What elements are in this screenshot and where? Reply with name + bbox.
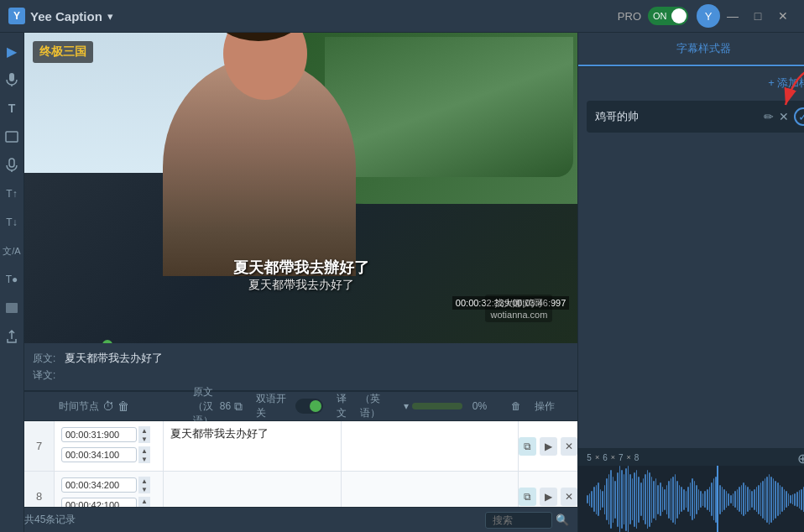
table-row: 7 ▲ ▼ ▲ ▼	[24, 421, 577, 472]
tool-caption[interactable]: T●	[0, 268, 23, 291]
time-spin-up[interactable]: ▲	[138, 477, 150, 485]
ruler-x2: ×	[611, 453, 615, 462]
waveform-bar	[758, 485, 760, 514]
row-source-text[interactable]	[164, 472, 342, 507]
waveform-bar	[660, 482, 661, 516]
tool-box[interactable]	[0, 296, 23, 320]
time-spin: ▲ ▼	[138, 477, 150, 493]
style-panel: + 添加样式 鸡哥的帅 ✏ ✕ ✓	[578, 67, 804, 448]
op-play-btn[interactable]: ▶	[540, 488, 557, 506]
th-del[interactable]: 🗑	[508, 400, 531, 412]
tool-translate[interactable]: 文/A	[0, 239, 23, 263]
waveform-bar	[676, 481, 678, 519]
pro-toggle[interactable]: ON	[648, 7, 688, 25]
th-time-delete-icon[interactable]: 🗑	[117, 399, 129, 413]
waveform-playhead[interactable]	[717, 466, 718, 532]
search-area: 🔍	[485, 512, 569, 529]
waveform-bar	[737, 489, 739, 510]
dropdown-arrow[interactable]: ▾	[107, 10, 113, 23]
time-spin-end-up[interactable]: ▲	[138, 446, 150, 455]
waveform-bar	[766, 477, 768, 523]
style-name: 鸡哥的帅	[595, 109, 764, 124]
time-spin-end-up[interactable]: ▲	[138, 497, 150, 505]
op-play-btn[interactable]: ▶	[540, 437, 557, 456]
waveform-bar	[610, 470, 612, 529]
time-spin-up[interactable]: ▲	[138, 426, 150, 435]
time-start-input[interactable]	[61, 477, 137, 493]
op-copy-btn[interactable]: ⧉	[519, 437, 536, 456]
waveform-bar	[602, 491, 603, 508]
style-list-item: 鸡哥的帅 ✏ ✕ ✓	[587, 101, 804, 133]
style-edit-icon[interactable]: ✏	[764, 110, 774, 123]
tool-select[interactable]: ▶	[0, 39, 23, 63]
waveform-bar	[598, 482, 599, 516]
waveform-bar	[621, 470, 623, 529]
style-check-button[interactable]: ✓	[794, 107, 804, 126]
tool-text[interactable]: T	[0, 96, 23, 120]
footer: 共45条记录 🔍	[24, 507, 577, 532]
waveform-bar	[796, 492, 798, 507]
time-start-input[interactable]	[61, 427, 137, 442]
style-delete-icon[interactable]: ✕	[779, 110, 789, 123]
th-source-copy-icon[interactable]: ⧉	[234, 399, 243, 414]
op-delete-btn[interactable]: ✕	[561, 437, 578, 456]
waveform-bar	[734, 491, 736, 508]
th-ops: 操作	[531, 399, 577, 414]
time-spin-down[interactable]: ▼	[138, 435, 150, 443]
time-end-input[interactable]	[61, 498, 137, 507]
waveform-bar	[662, 487, 664, 512]
tool-mic[interactable]	[0, 68, 23, 91]
video-watermark: 找大娜|鸡哥 wotianna.com	[485, 295, 552, 322]
minimize-button[interactable]: —	[720, 3, 745, 29]
waveform-bar	[636, 470, 638, 529]
th-time: 时间节点 ⏱ 🗑	[52, 399, 186, 414]
close-button[interactable]: ✕	[770, 3, 796, 29]
tab-style[interactable]: 字幕样式器	[578, 33, 804, 66]
tool-text-down[interactable]: T↓	[0, 211, 23, 234]
add-style-button[interactable]: + 添加样式	[587, 76, 804, 91]
row-trans-text[interactable]	[342, 421, 519, 471]
waveform-bar	[664, 489, 666, 510]
maximize-button[interactable]: □	[745, 3, 770, 29]
tool-export[interactable]	[0, 325, 23, 348]
op-delete-btn[interactable]: ✕	[561, 488, 578, 506]
time-end-input[interactable]	[61, 447, 137, 462]
user-avatar[interactable]: Y	[697, 4, 720, 28]
op-copy-btn[interactable]: ⧉	[519, 488, 536, 506]
tool-text-up[interactable]: T↑	[0, 182, 23, 206]
waveform-bar	[801, 489, 802, 510]
waveform-bar	[780, 485, 781, 514]
time-start-row: ▲ ▼	[61, 477, 156, 493]
waveform-bar	[624, 474, 625, 524]
right-panel-tabs: 字幕样式器	[578, 33, 804, 67]
app-title: Yee Caption	[30, 9, 102, 23]
waveform-canvas[interactable]	[578, 466, 804, 532]
row-source-text[interactable]: 夏天都带我去办好了	[164, 421, 342, 471]
row-trans-text[interactable]	[342, 472, 519, 507]
waveform-bar	[587, 495, 588, 503]
dual-language-toggle[interactable]	[295, 399, 323, 414]
tool-rect[interactable]	[0, 125, 23, 149]
search-icon[interactable]: 🔍	[556, 514, 569, 526]
svg-rect-0	[9, 73, 14, 81]
time-spin-down[interactable]: ▼	[138, 485, 150, 493]
waveform-bar	[634, 472, 635, 527]
video-player[interactable]: 终极三国 夏天都帶我去辦好了 夏天都帶我去办好了 00:00:32:339/00…	[24, 33, 577, 343]
th-trans-dropdown[interactable]: ▾	[404, 400, 409, 412]
video-title-text: 终极三国	[33, 41, 93, 63]
time-spin-end-down[interactable]: ▼	[138, 455, 150, 463]
left-toolbar: ▶ T T↑ T↓ 文/A T●	[0, 33, 24, 532]
zoom-in-button[interactable]: ⊕	[797, 451, 804, 467]
waveform-bar	[749, 489, 751, 510]
source-value[interactable]: 夏天都带我去办好了	[65, 351, 569, 366]
th-time-clock-icon[interactable]: ⏱	[102, 399, 114, 413]
tool-voice[interactable]	[0, 154, 23, 177]
trans-text-row: 译文:	[33, 368, 569, 383]
time-end-row: ▲ ▼	[61, 497, 156, 507]
waveform-bar	[722, 487, 723, 512]
waveform-bar	[781, 487, 783, 512]
search-input[interactable]	[485, 512, 552, 529]
titlebar: Y Yee Caption ▾ PRO ON Y — □ ✕	[0, 0, 804, 33]
time-spin: ▲ ▼	[138, 426, 150, 443]
waveform-bar	[747, 487, 749, 512]
